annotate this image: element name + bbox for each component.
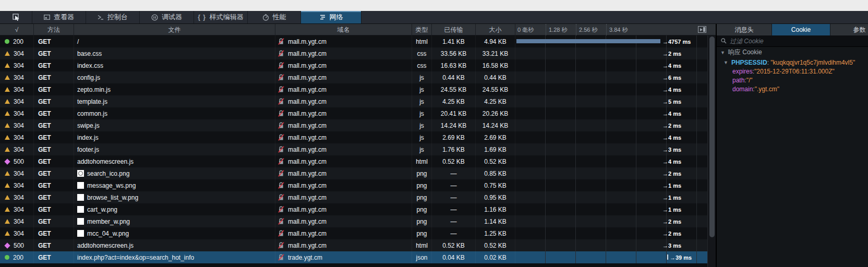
size-cell: 0.85 KB <box>476 167 515 179</box>
transferred-size: — <box>451 170 457 177</box>
size-cell: 2.69 KB <box>476 131 515 143</box>
request-row[interactable]: 500 GET addtohomescreen.js mall.m.ygt.cm… <box>0 239 707 251</box>
column-header-method[interactable]: 方法 <box>34 24 74 35</box>
tab-performance[interactable]: 性能 <box>248 11 301 23</box>
domain-cell: mall.m.ygt.cm <box>275 215 412 227</box>
request-row[interactable]: 304 GET browse_list_w.png mall.m.ygt.cm … <box>0 191 707 203</box>
node-picker-button[interactable] <box>0 11 32 23</box>
table-scrollbar[interactable] <box>707 35 716 267</box>
request-row[interactable]: 304 GET mcc_04_w.png mall.m.ygt.cm png —… <box>0 227 707 239</box>
request-row[interactable]: 200 GET index.php?act=index&op=search_ho… <box>0 251 707 263</box>
status-code: 304 <box>14 134 24 141</box>
file-cell: member_w.png <box>74 215 275 227</box>
request-rows: 200 GET / mall.m.ygt.cm html 1.41 KB 4.9… <box>0 35 707 263</box>
method-cell: GET <box>34 251 74 263</box>
tab-cookies[interactable]: Cookie <box>772 24 830 35</box>
request-row[interactable]: 304 GET member_w.png mall.m.ygt.cm png —… <box>0 215 707 227</box>
tab-network[interactable]: 网络 <box>301 11 361 23</box>
request-method: GET <box>38 62 51 69</box>
tab-console[interactable]: 控制台 <box>86 11 140 23</box>
tab-headers[interactable]: 消息头 <box>717 24 772 35</box>
tab-inspector[interactable]: 查看器 <box>32 11 86 23</box>
bar-glyph <box>703 27 705 32</box>
size-cell: 0.02 KB <box>476 251 515 263</box>
request-row[interactable]: 304 GET message_ws.png mall.m.ygt.cm png… <box>0 179 707 191</box>
status-code: 304 <box>14 74 24 81</box>
status-icon <box>4 159 10 164</box>
content-type: html <box>416 242 428 249</box>
waterfall-time: → 2 ms <box>662 167 681 179</box>
cookie-filter-input[interactable] <box>730 38 845 45</box>
time-value: 1 ms <box>668 207 681 213</box>
attr-value: "/" <box>746 77 753 84</box>
scrollbar-thumb[interactable] <box>709 37 715 237</box>
request-row[interactable]: 304 GET swipe.js mall.m.ygt.cm js 14.24 … <box>0 119 707 131</box>
status-cell: 304 <box>0 59 34 71</box>
content-size: 24.55 KB <box>483 86 508 93</box>
request-row[interactable]: 304 GET config.js mall.m.ygt.cm js 0.44 … <box>0 71 707 83</box>
type-cell: css <box>412 47 432 59</box>
domain-cell: mall.m.ygt.cm <box>275 71 412 83</box>
column-header-type[interactable]: 类型 <box>412 24 432 35</box>
request-row[interactable]: 304 GET search_ico.png mall.m.ygt.cm png… <box>0 167 707 179</box>
status-code: 304 <box>14 62 24 69</box>
domain-cell: mall.m.ygt.cm <box>275 191 412 203</box>
column-header-waterfall[interactable]: 0 毫秒 1.28 秒 2.56 秒 3.84 秒 <box>515 24 716 35</box>
attr-value: ".ygt.cm" <box>755 86 779 93</box>
domain-cell: mall.m.ygt.cm <box>275 131 412 143</box>
response-cookies-section[interactable]: ▼ 响应 Cookie <box>717 47 868 58</box>
transferred-size: 20.41 KB <box>441 110 466 117</box>
request-method: GET <box>38 206 51 213</box>
debugger-icon <box>151 14 158 21</box>
insecure-lock-icon <box>278 254 284 261</box>
request-row[interactable]: 200 GET / mall.m.ygt.cm html 1.41 KB 4.9… <box>0 35 707 47</box>
request-row[interactable]: 304 GET zepto.min.js mall.m.ygt.cm js 24… <box>0 83 707 95</box>
status-icon <box>5 231 10 236</box>
request-row[interactable]: 304 GET index.css mall.m.ygt.cm css 16.6… <box>0 59 707 71</box>
request-row[interactable]: 304 GET cart_w.png mall.m.ygt.cm png — 1… <box>0 203 707 215</box>
status-code: 304 <box>14 194 24 201</box>
tab-params[interactable]: 参数 <box>830 24 868 35</box>
requests-table-header: √ 方法 文件 域名 类型 已传输 大小 0 毫秒 1.28 秒 2.56 秒 … <box>0 24 716 35</box>
content-size: 16.58 KB <box>483 62 508 69</box>
insecure-lock-icon <box>278 134 284 141</box>
request-row[interactable]: 304 GET common.js mall.m.ygt.cm js 20.41… <box>0 107 707 119</box>
inspector-icon <box>44 14 50 20</box>
file-name: config.js <box>77 74 100 81</box>
request-method: GET <box>38 170 51 177</box>
content-type: png <box>416 194 427 201</box>
tab-debugger[interactable]: 调试器 <box>140 11 194 23</box>
insecure-lock-icon <box>278 158 284 165</box>
type-cell: js <box>412 119 432 131</box>
tab-style-editor[interactable]: { } 样式编辑器 <box>194 11 248 23</box>
request-row[interactable]: 304 GET template.js mall.m.ygt.cm js 4.2… <box>0 95 707 107</box>
transferred-size: 0.52 KB <box>442 158 465 165</box>
cookie-entry[interactable]: ▼ PHPSESSID: "kuqkqqjvr1q5c7jmlvdihm4vl5… <box>717 58 868 67</box>
status-icon <box>5 39 9 44</box>
request-row[interactable]: 500 GET addtohomescreen.js mall.m.ygt.cm… <box>0 155 707 167</box>
column-header-file[interactable]: 文件 <box>74 24 275 35</box>
column-header-status[interactable]: √ <box>0 24 34 35</box>
request-row[interactable]: 304 GET base.css mall.m.ygt.cm css 33.56… <box>0 47 707 59</box>
type-cell: json <box>412 251 432 263</box>
twisty-icon: ▼ <box>724 60 728 65</box>
transferred-size: 0.04 KB <box>442 254 465 261</box>
type-cell: css <box>412 59 432 71</box>
arrow-icon: → <box>662 75 668 81</box>
column-header-domain[interactable]: 域名 <box>275 24 412 35</box>
column-header-transferred[interactable]: 已传输 <box>432 24 476 35</box>
file-thumbnail <box>77 194 84 201</box>
request-row[interactable]: 304 GET footer.js mall.m.ygt.cm js 1.76 … <box>0 143 707 155</box>
request-row[interactable]: 304 GET index.js mall.m.ygt.cm js 2.69 K… <box>0 131 707 143</box>
time-value: 39 ms <box>676 254 692 261</box>
content-type: png <box>416 206 427 213</box>
time-value: 2 ms <box>668 219 681 225</box>
file-header-label: 文件 <box>168 26 181 34</box>
transferred-cell: — <box>432 191 476 203</box>
domain-cell: mall.m.ygt.cm <box>275 143 412 155</box>
column-header-size[interactable]: 大小 <box>476 24 515 35</box>
toggle-sidebar-icon[interactable] <box>698 26 706 33</box>
domain-cell: mall.m.ygt.cm <box>275 59 412 71</box>
content-type: js <box>419 98 424 105</box>
insecure-lock-icon <box>278 170 284 177</box>
